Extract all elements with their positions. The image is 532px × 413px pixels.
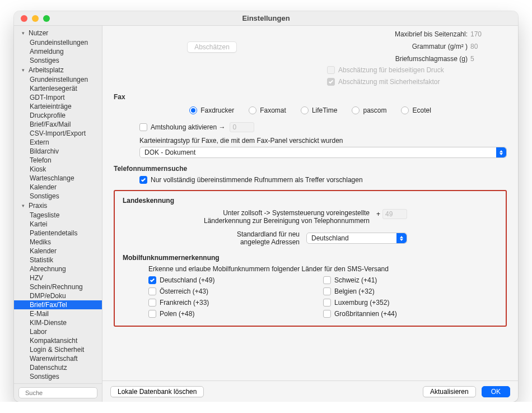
chevron-down-icon: ▾ <box>22 67 26 73</box>
grammatur-label: Grammatur (g/m² ) <box>310 43 468 50</box>
chevron-updown-icon <box>496 147 506 157</box>
sidebar-group[interactable]: ▾Arbeitsplatz <box>14 65 102 75</box>
sidebar-item[interactable]: Kiosk <box>14 165 102 174</box>
lk-std-select[interactable]: Deutschland <box>306 233 407 244</box>
sidebar-item[interactable]: Telefon <box>14 156 102 165</box>
amts-check[interactable]: Amtsholung aktivieren → <box>139 123 225 131</box>
landeskennung-title: Landeskennung <box>123 197 498 205</box>
sidebar-item[interactable]: Kalender <box>14 183 102 192</box>
chevron-down-icon: ▾ <box>22 30 26 36</box>
sidebar: ▾NutzerGrundeinstellungenAnmeldungSonsti… <box>14 26 102 402</box>
sidebar-item[interactable]: Bildarchiv <box>14 147 102 156</box>
local-db-button[interactable]: Lokale Datenbank löschen <box>110 386 204 397</box>
maxibrief-label: Maxibrief bis Seitenzahl: <box>310 30 468 38</box>
mobil-country-check[interactable]: Großbritannien (+44) <box>323 310 498 318</box>
duplex-check[interactable]: Abschätzung für beidseitigen Druck <box>327 66 444 74</box>
sidebar-item[interactable]: KIM-Dienste <box>14 318 102 327</box>
lk-std-selected: Deutschland <box>311 234 349 242</box>
mobil-country-check[interactable]: Schweiz (+41) <box>323 276 498 284</box>
faxtype-selected: DOK - Dokument <box>144 149 195 156</box>
sidebar-item[interactable]: Kompaktansicht <box>14 336 102 345</box>
sidebar-item[interactable]: Sonstiges <box>14 372 102 381</box>
sidebar-item[interactable]: CSV-Import/Export <box>14 129 102 138</box>
sidebar-item[interactable]: Kartenlesegerät <box>14 84 102 93</box>
phone-exact-check[interactable]: Nur vollständig übereinstimmende Rufnumm… <box>139 176 363 184</box>
sidebar-item[interactable]: Brief/Fax/Tel <box>14 300 102 309</box>
fax-radio-row: FaxdruckerFaxomatLifeTimepascomEcotel <box>114 104 507 122</box>
sidebar-item[interactable]: Login & Sicherheit <box>14 345 102 354</box>
faxtype-label: Karteieintragstyp für Faxe, die mit dem … <box>114 137 507 145</box>
sidebar-item[interactable]: Mediks <box>14 238 102 247</box>
sidebar-item[interactable]: Abrechnung <box>14 264 102 273</box>
maxibrief-value[interactable]: 170 <box>468 29 507 39</box>
mobil-country-check[interactable]: Deutschland (+49) <box>148 276 323 284</box>
sidebar-item[interactable]: Schein/Rechnung <box>14 282 102 291</box>
highlighted-section: Landeskennung Unter zollsoft -> Systemst… <box>114 190 507 327</box>
mobil-intro: Erkenne und erlaube Mobilfunknummern fol… <box>123 265 498 273</box>
sidebar-item[interactable]: Datenschutz <box>14 363 102 372</box>
fax-radio[interactable]: LifeTime <box>301 106 338 114</box>
sidebar-search-input[interactable] <box>25 389 102 396</box>
fax-radio[interactable]: Ecotel <box>401 106 431 114</box>
lk-plus: + <box>376 210 380 218</box>
mobil-country-check[interactable]: Polen (+48) <box>148 310 323 318</box>
settings-window: Einstellungen ▾NutzerGrundeinstellungenA… <box>14 11 518 402</box>
sidebar-item[interactable]: E-Mail <box>14 309 102 318</box>
fax-radio[interactable]: Faxomat <box>249 106 286 114</box>
sidebar-item[interactable]: Sonstiges <box>14 56 102 65</box>
content: Abschätzen Maxibrief bis Seitenzahl: 170… <box>102 26 518 402</box>
sidebar-item[interactable]: Warteschlange <box>14 174 102 183</box>
mobil-title: Mobilfunknummernerkennung <box>123 254 498 262</box>
amts-value[interactable]: 0 <box>230 122 254 132</box>
mobil-grid: Deutschland (+49)Schweiz (+41)Österreich… <box>123 276 498 318</box>
lk-line1: Unter zollsoft -> Systemsteuerung vorein… <box>123 209 370 217</box>
fax-title: Fax <box>114 93 507 101</box>
lk-std-a: Standardland für neu <box>123 230 300 238</box>
mobil-country-check[interactable]: Belgien (+32) <box>323 287 498 295</box>
umschlag-value[interactable]: 5 <box>468 54 507 64</box>
phone-title: Telefonnummernsuche <box>114 165 507 173</box>
titlebar: Einstellungen <box>14 11 518 26</box>
sidebar-tree[interactable]: ▾NutzerGrundeinstellungenAnmeldungSonsti… <box>14 26 102 383</box>
mobil-country-check[interactable]: Frankreich (+33) <box>148 299 323 307</box>
sidebar-group[interactable]: ▾Nutzer <box>14 28 102 38</box>
sidebar-item[interactable]: Druckprofile <box>14 111 102 120</box>
sidebar-item[interactable]: GDT-Import <box>14 93 102 102</box>
sidebar-item[interactable]: Grundeinstellungen <box>14 38 102 47</box>
ok-button[interactable]: OK <box>482 386 510 397</box>
umschlag-label: Briefumschlagmasse (g) <box>310 55 468 63</box>
sidebar-item[interactable]: Labor <box>14 327 102 336</box>
sidebar-item[interactable]: Karteieinträge <box>14 102 102 111</box>
grammatur-value[interactable]: 80 <box>468 41 507 52</box>
sidebar-item[interactable]: Kalender <box>14 247 102 256</box>
fax-radio[interactable]: Faxdrucker <box>189 106 234 114</box>
sidebar-item[interactable]: DMP/eDoku <box>14 291 102 300</box>
chevron-updown-icon <box>396 233 407 243</box>
sidebar-item[interactable]: HZV <box>14 273 102 282</box>
mobil-country-check[interactable]: Luxemburg (+352) <box>323 299 498 307</box>
lk-std-b: angelegte Adressen <box>123 238 300 246</box>
sidebar-search[interactable] <box>18 387 97 398</box>
footer: Lokale Datenbank löschen Aktualisieren O… <box>102 380 518 402</box>
chevron-down-icon: ▾ <box>22 203 26 208</box>
window-title: Einstellungen <box>14 14 518 22</box>
sidebar-item[interactable]: Brief/Fax/Mail <box>14 120 102 129</box>
sidebar-group[interactable]: ▾Praxis <box>14 201 102 211</box>
lk-code[interactable]: 49 <box>382 209 407 219</box>
lk-line2: Länderkennung zur Bereinigung von Teleph… <box>123 217 370 225</box>
sidebar-item[interactable]: Tagesliste <box>14 211 102 220</box>
refresh-button[interactable]: Aktualisieren <box>423 386 476 397</box>
safety-check[interactable]: Abschätzung mit Sicherheitsfaktor <box>327 78 440 86</box>
estimate-button[interactable]: Abschätzen <box>187 41 237 53</box>
sidebar-item[interactable]: Warenwirtschaft <box>14 354 102 363</box>
fax-radio[interactable]: pascom <box>352 106 386 114</box>
sidebar-item[interactable]: Sonstiges <box>14 192 102 201</box>
sidebar-item[interactable]: Anmeldung <box>14 47 102 56</box>
sidebar-item[interactable]: Statistik <box>14 256 102 264</box>
sidebar-item[interactable]: Extern <box>14 138 102 147</box>
mobil-country-check[interactable]: Österreich (+43) <box>148 287 323 295</box>
faxtype-select[interactable]: DOK - Dokument <box>139 147 507 158</box>
sidebar-item[interactable]: Kartei <box>14 220 102 229</box>
sidebar-item[interactable]: Grundeinstellungen <box>14 75 102 84</box>
sidebar-item[interactable]: Patientendetails <box>14 229 102 238</box>
